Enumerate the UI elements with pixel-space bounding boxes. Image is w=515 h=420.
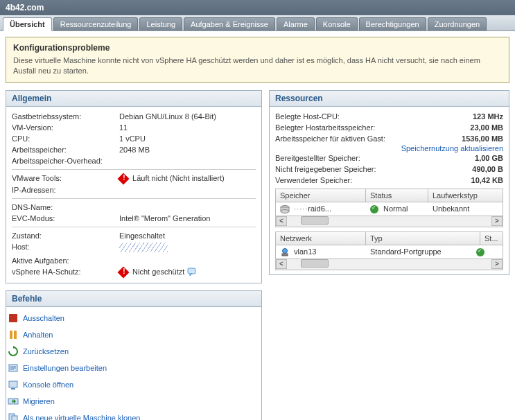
command-pause[interactable]: Anhalten [8, 326, 260, 343]
network-icon [280, 248, 290, 256]
tab-strip: Übersicht Ressourcenzuteilung Leistung A… [0, 15, 515, 31]
general-value [119, 203, 256, 211]
resource-value: 123 MHz [448, 112, 503, 121]
svg-rect-5 [9, 381, 17, 387]
general-row: VM-Version: 11 [12, 122, 256, 133]
tab-resource-allocation[interactable]: Ressourcenzuteilung [53, 17, 139, 30]
status-ok-icon [476, 248, 485, 256]
resources-header: Ressourcen [270, 91, 509, 107]
warning-icon [118, 173, 130, 184]
general-key: EVC-Modus: [12, 214, 119, 222]
command-link[interactable]: Anhalten [23, 331, 53, 339]
command-settings[interactable]: Einstellungen bearbeiten [8, 360, 260, 376]
storage-row[interactable]: ·····raid6... Normal Unbekannt [276, 202, 503, 216]
resource-value: 1536,00 MB [448, 134, 503, 143]
network-grid: Netzwerk Typ St... vlan13 Standar [275, 231, 503, 270]
command-clone[interactable]: Als neue virtuelle Maschine klonen [8, 410, 260, 420]
network-col-status[interactable]: St... [480, 232, 503, 245]
storage-status: Normal [383, 204, 408, 213]
command-link[interactable]: Ausschalten [23, 314, 64, 322]
commands-header: Befehle [6, 291, 261, 307]
command-link[interactable]: Migrieren [23, 397, 55, 405]
storage-col-status[interactable]: Status [366, 189, 428, 202]
storage-col-type[interactable]: Laufwerkstyp [428, 189, 503, 202]
tab-alarms[interactable]: Alarme [277, 17, 315, 30]
general-key: VMware Tools: [12, 174, 119, 183]
general-key: Gastbetriebssystem: [12, 112, 119, 121]
tab-permissions[interactable]: Berechtigungen [359, 17, 426, 30]
alert-text: Diese virtuelle Maschine konnte nicht vo… [13, 55, 502, 77]
command-link[interactable]: Einstellungen bearbeiten [23, 364, 107, 372]
network-col-type[interactable]: Typ [366, 232, 480, 245]
general-header: Allgemein [6, 91, 261, 107]
reset-icon [8, 346, 19, 357]
storage-name: raid6... [308, 204, 331, 213]
tab-console[interactable]: Konsole [316, 17, 358, 30]
storage-scrollbar[interactable]: < > [276, 216, 503, 227]
general-key: Zustand: [12, 231, 119, 240]
svg-rect-3 [14, 331, 17, 339]
power-icon [8, 313, 19, 324]
general-row: Gastbetriebssystem: Debian GNU/Linux 8 (… [12, 111, 256, 122]
command-migrate[interactable]: Migrieren [8, 393, 260, 410]
resource-value: 1,00 GB [448, 154, 503, 162]
command-link[interactable]: Konsole öffnen [23, 380, 73, 389]
general-key: Arbeitsspeicher: [12, 146, 119, 154]
pause-icon [8, 329, 19, 340]
general-value [119, 157, 256, 165]
command-reset[interactable]: Zurücksetzen [8, 343, 260, 360]
command-power[interactable]: Ausschalten [8, 310, 260, 326]
storage-col-name[interactable]: Speicher [276, 189, 366, 202]
network-row[interactable]: vlan13 Standard-Portgruppe [276, 245, 503, 259]
general-value [119, 186, 256, 194]
resource-row: Bereitgestellter Speicher:1,00 GB [275, 152, 503, 164]
resource-row: Verwendeter Speicher:10,42 KB [275, 175, 503, 186]
tab-performance[interactable]: Leistung [139, 17, 182, 30]
resource-key: Bereitgestellter Speicher: [275, 154, 448, 162]
window-title: 4b42.com [0, 0, 515, 15]
storage-grid: Speicher Status Laufwerkstyp ·····raid6.… [275, 189, 503, 227]
scroll-left-icon[interactable]: < [276, 216, 287, 226]
tab-maps[interactable]: Zuordnungen [428, 17, 487, 30]
general-value: Eingeschaltet [119, 231, 256, 240]
general-value [119, 256, 256, 265]
general-value [119, 243, 256, 254]
general-row: EVC-Modus: Intel® "Merom" Generation [12, 213, 256, 224]
general-key: Arbeitsspeicher-Overhead: [12, 157, 119, 165]
general-value: Läuft nicht (Nicht installiert) [119, 174, 256, 183]
command-link[interactable]: Zurücksetzen [23, 347, 69, 356]
general-row: Host: [12, 241, 256, 255]
general-row: Zustand: Eingeschaltet [12, 230, 256, 241]
network-name: vlan13 [294, 247, 316, 256]
migrate-icon [8, 396, 19, 407]
svg-rect-15 [282, 254, 288, 256]
scroll-right-icon[interactable]: > [491, 216, 503, 226]
scroll-right-icon[interactable]: > [491, 259, 503, 269]
alert-title: Konfigurationsprobleme [13, 43, 502, 53]
resource-row: Arbeitsspeicher für aktiven Gast:1536,00… [275, 133, 503, 144]
scroll-left-icon[interactable]: < [276, 259, 287, 269]
info-bubble-icon[interactable] [187, 268, 197, 277]
console-icon [8, 379, 19, 390]
general-row: Arbeitsspeicher: 2048 MB [12, 144, 256, 155]
network-scrollbar[interactable]: < > [276, 259, 503, 270]
network-col-name[interactable]: Netzwerk [276, 232, 366, 245]
tab-overview[interactable]: Übersicht [3, 17, 52, 31]
tab-tasks-events[interactable]: Aufgaben & Ereignisse [184, 17, 275, 30]
general-key: vSphere HA-Schutz: [12, 268, 119, 277]
command-console[interactable]: Konsole öffnen [8, 376, 260, 393]
general-row: DNS-Name: [12, 202, 256, 213]
general-key: VM-Version: [12, 123, 119, 132]
status-ok-icon [370, 205, 378, 213]
general-value: 2048 MB [119, 146, 256, 154]
host-value-redacted [119, 243, 168, 252]
svg-point-14 [283, 248, 288, 253]
command-link[interactable]: Als neue virtuelle Maschine klonen [23, 414, 140, 420]
svg-rect-0 [188, 268, 195, 274]
general-value: Nicht geschützt [119, 268, 256, 277]
general-row: Arbeitsspeicher-Overhead: [12, 155, 256, 166]
general-value: 1 vCPU [119, 134, 256, 143]
general-panel: Allgemein Gastbetriebssystem: Debian GNU… [6, 90, 262, 283]
network-type: Standard-Portgruppe [370, 247, 476, 256]
refresh-memory-link[interactable]: Speichernutzung aktualisieren [401, 144, 503, 152]
